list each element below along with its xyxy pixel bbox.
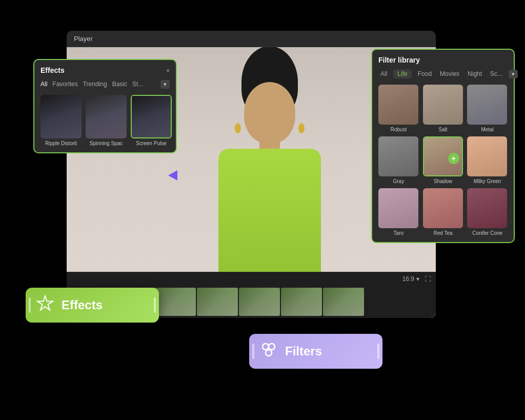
effects-tab-basic[interactable]: Basic bbox=[112, 79, 127, 89]
filter-label-conifer-cone: Conifer Cone bbox=[467, 230, 508, 236]
filter-item-shadow[interactable]: + Shadow bbox=[423, 136, 463, 184]
effect-thumb-screen-pulse bbox=[131, 95, 172, 138]
svg-point-0 bbox=[262, 344, 269, 350]
woman-shirt bbox=[218, 149, 321, 292]
effects-tabs-dropdown[interactable]: ▾ bbox=[160, 80, 170, 89]
filter-tab-movies[interactable]: Movies bbox=[438, 69, 461, 78]
timeline-controls: 16:9 ▾ ⛶ bbox=[67, 272, 436, 286]
filter-tabs-dropdown[interactable]: ▾ bbox=[509, 70, 518, 78]
filters-badge-card[interactable]: Filters bbox=[249, 334, 382, 369]
svg-point-2 bbox=[266, 350, 272, 356]
filter-thumb-robust bbox=[378, 85, 418, 125]
filter-panel-title: Filter library bbox=[378, 56, 508, 64]
filter-tab-life[interactable]: Life bbox=[393, 69, 411, 78]
ratio-chevron-icon: ▾ bbox=[416, 275, 419, 283]
effects-tab-trending[interactable]: Trending bbox=[83, 79, 107, 89]
effects-tab-st[interactable]: St... bbox=[132, 79, 143, 89]
effects-panel-title: Effects bbox=[41, 66, 65, 74]
effect-preview-screen-pulse bbox=[132, 96, 171, 137]
ratio-value: 16:9 bbox=[402, 275, 414, 283]
timeline-thumb-4 bbox=[197, 288, 238, 316]
filter-label-shadow: Shadow bbox=[423, 178, 463, 184]
filter-tab-food[interactable]: Food bbox=[416, 69, 434, 78]
filter-item-gray[interactable]: Gray bbox=[378, 136, 419, 184]
filter-label-milky-green: Milky Green bbox=[467, 178, 508, 184]
earring-right bbox=[298, 123, 305, 133]
timeline-thumb-6 bbox=[281, 288, 322, 316]
timeline-thumb-3 bbox=[155, 288, 196, 316]
filter-preview-robust bbox=[378, 85, 418, 125]
filter-tabs: All Life Food Movies Night Sc... ▾ bbox=[378, 69, 508, 78]
timeline-thumb-7 bbox=[323, 288, 364, 316]
effects-tab-favorites[interactable]: Favorites bbox=[52, 79, 77, 89]
filter-item-red-tea[interactable]: Red Tea bbox=[423, 188, 463, 236]
effects-panel: Effects « All Favorites Trending Basic S… bbox=[33, 59, 177, 153]
effect-preview-spinning bbox=[86, 95, 127, 138]
cursor-pointer-icon bbox=[168, 170, 177, 181]
player-titlebar: Player bbox=[67, 31, 436, 47]
filter-tab-sc[interactable]: Sc... bbox=[488, 69, 504, 78]
effects-badge-card[interactable]: Effects bbox=[26, 288, 159, 323]
filter-item-milky-green[interactable]: Milky Green bbox=[467, 136, 508, 184]
filter-thumb-metal bbox=[467, 85, 507, 125]
effect-item-ripple[interactable]: Ripple Distorti bbox=[41, 95, 82, 146]
effect-preview-ripple bbox=[41, 95, 82, 138]
filter-label-taro: Taro bbox=[378, 230, 419, 236]
filter-item-conifer-cone[interactable]: Conifer Cone bbox=[467, 188, 508, 236]
fullscreen-icon[interactable]: ⛶ bbox=[425, 275, 431, 283]
svg-point-1 bbox=[269, 344, 275, 350]
effects-tab-all[interactable]: All bbox=[41, 79, 47, 89]
filters-loop-icon bbox=[259, 341, 278, 363]
earring-left bbox=[235, 123, 241, 133]
timeline-thumb-5 bbox=[239, 288, 280, 316]
filter-label-gray: Gray bbox=[378, 178, 419, 184]
filter-preview-salt bbox=[423, 85, 463, 125]
filter-thumb-gray bbox=[378, 136, 418, 176]
filter-thumb-shadow: + bbox=[423, 136, 463, 176]
aspect-ratio-selector[interactable]: 16:9 ▾ bbox=[402, 275, 419, 283]
filter-preview-red-tea bbox=[423, 188, 463, 228]
effect-label-spinning: Spinning Spac bbox=[86, 141, 127, 146]
filter-panel: Filter library All Life Food Movies Nigh… bbox=[371, 49, 515, 243]
filter-preview-metal bbox=[467, 85, 507, 125]
plus-badge[interactable]: + bbox=[448, 153, 459, 164]
filter-item-metal[interactable]: Metal bbox=[467, 85, 508, 132]
filter-preview-taro bbox=[378, 188, 418, 228]
effect-thumb-ripple bbox=[41, 95, 82, 138]
player-title: Player bbox=[74, 35, 93, 43]
effects-badge-label: Effects bbox=[62, 298, 103, 312]
effect-label-screen-pulse: Screen Pulse bbox=[131, 141, 172, 146]
effects-grid: Ripple Distorti Spinning Spac Screen Pul… bbox=[41, 95, 170, 146]
filters-badge-label: Filters bbox=[285, 344, 322, 358]
filter-thumb-taro bbox=[378, 188, 418, 228]
filter-preview-gray bbox=[378, 136, 418, 176]
filter-tab-night[interactable]: Night bbox=[466, 69, 484, 78]
filter-preview-conifer-cone bbox=[467, 188, 507, 228]
star-outline-icon bbox=[36, 294, 54, 316]
filter-item-robust[interactable]: Robust bbox=[378, 85, 419, 132]
effect-item-spinning[interactable]: Spinning Spac bbox=[86, 95, 127, 146]
filter-thumb-conifer-cone bbox=[467, 188, 507, 228]
filter-tab-all[interactable]: All bbox=[378, 69, 389, 78]
filter-item-taro[interactable]: Taro bbox=[378, 188, 419, 236]
filter-item-salt[interactable]: Salt bbox=[423, 85, 463, 132]
filter-grid: Robust Salt Metal Gray + Shadow bbox=[378, 85, 508, 236]
filter-preview-milky-green bbox=[467, 136, 507, 176]
filter-label-robust: Robust bbox=[378, 127, 419, 132]
filter-thumb-salt bbox=[423, 85, 463, 125]
effect-thumb-spinning bbox=[86, 95, 127, 138]
effect-label-ripple: Ripple Distorti bbox=[41, 141, 82, 146]
collapse-button[interactable]: « bbox=[166, 67, 170, 74]
effects-tabs: All Favorites Trending Basic St... ▾ bbox=[41, 79, 170, 89]
filter-label-red-tea: Red Tea bbox=[423, 230, 463, 236]
effects-panel-header: Effects « bbox=[41, 66, 170, 74]
filter-label-salt: Salt bbox=[423, 127, 463, 132]
filter-thumb-red-tea bbox=[423, 188, 463, 228]
filter-thumb-milky-green bbox=[467, 136, 507, 176]
effect-item-screen-pulse[interactable]: Screen Pulse bbox=[131, 95, 172, 146]
filter-label-metal: Metal bbox=[467, 127, 508, 132]
